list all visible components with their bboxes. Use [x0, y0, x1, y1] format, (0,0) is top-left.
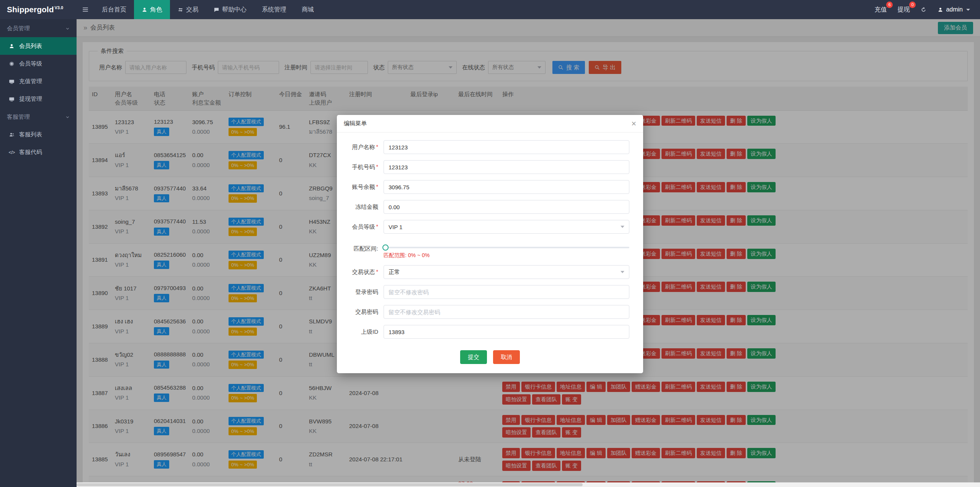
match-range-slider[interactable] [384, 247, 629, 248]
login-password-field-label: 登录密码 [355, 289, 378, 295]
recharge-link[interactable]: 充值 6 [874, 6, 887, 14]
required-asterisk: * [376, 144, 378, 150]
chevron-down-icon [65, 115, 70, 119]
frozen-field-label: 冻结金额 [355, 203, 378, 210]
main-content: » 会员列表 添加会员 条件搜索 用户名称 手机号码 注册时间 状态 [77, 19, 980, 487]
users-icon [8, 132, 15, 138]
logo-text: Shippergold [7, 5, 54, 14]
caret-down-icon [966, 9, 970, 11]
nav-item-role[interactable]: 角色 [134, 0, 170, 19]
user-icon [142, 7, 147, 13]
required-asterisk: * [376, 184, 378, 190]
recharge-icon [8, 79, 15, 84]
nav-item-home[interactable]: 后台首页 [94, 0, 134, 19]
phone-field[interactable] [384, 160, 629, 174]
close-icon[interactable]: × [631, 120, 636, 128]
trade-password-field-label: 交易密码 [355, 308, 378, 315]
hamburger-icon[interactable] [77, 0, 94, 19]
level-icon [8, 61, 15, 67]
logo-version: V3.0 [55, 5, 64, 10]
username-field-label: 用户名称 [352, 144, 375, 150]
modal-body: 用户名称* 手机号码* 账号余额* 冻结金额 会员等级* [337, 133, 643, 346]
required-asterisk: * [376, 164, 378, 170]
nav-item-mall[interactable]: 商城 [294, 0, 322, 19]
login-password-field[interactable] [384, 285, 629, 299]
user-icon [938, 7, 943, 13]
code-icon: </> [8, 149, 15, 155]
trade-status-select[interactable]: 正常 [384, 265, 629, 279]
refresh-icon[interactable] [920, 7, 927, 13]
withdraw-icon [8, 96, 15, 102]
horizontal-scrollbar[interactable] [77, 482, 980, 487]
chat-icon [214, 7, 219, 13]
phone-field-label: 手机号码 [352, 164, 375, 170]
sidebar-item-withdraw-management[interactable]: 提现管理 [0, 90, 77, 108]
exchange-icon [178, 7, 183, 13]
user-icon [8, 43, 15, 49]
sidebar-section-member-management[interactable]: 会员管理 [0, 19, 77, 37]
caret-down-icon [621, 226, 624, 228]
withdraw-count-badge: 0 [909, 2, 916, 8]
top-navbar: ShippergoldV3.0 后台首页 角色 交易 帮助中心 系统管理 商城 [0, 0, 980, 19]
sidebar-item-member-level[interactable]: 会员等级 [0, 55, 77, 72]
parent-id-field[interactable] [384, 325, 629, 339]
balance-field[interactable] [384, 180, 629, 194]
sidebar-section-service-management[interactable]: 客服管理 [0, 108, 77, 126]
level-select[interactable]: VIP 1 [384, 220, 629, 234]
level-field-label: 会员等级 [352, 223, 375, 230]
trade-status-field-label: 交易状态 [352, 269, 375, 275]
match-range-note: 匹配范围: 0% ~ 0% [384, 252, 629, 259]
trade-password-field[interactable] [384, 305, 629, 319]
navbar-right: 充值 6 提现 0 admin [874, 6, 980, 14]
chevron-down-icon [65, 26, 70, 31]
username-label: admin [946, 6, 963, 13]
nav-item-help[interactable]: 帮助中心 [206, 0, 254, 19]
cancel-button[interactable]: 取消 [493, 350, 520, 364]
sidebar: 会员管理 会员列表 会员等级 充值管理 提现管理 客服管理 客服列表 </> [0, 19, 77, 487]
edit-member-modal: 编辑菜单 × 用户名称* 手机号码* 账号余额* 冻结金额 [337, 115, 643, 373]
withdraw-link[interactable]: 提现 0 [897, 6, 910, 14]
modal-header: 编辑菜单 × [337, 115, 643, 133]
frozen-amount-field[interactable] [384, 200, 629, 214]
slider-handle[interactable] [382, 244, 389, 251]
sidebar-item-service-code[interactable]: </> 客服代码 [0, 143, 77, 161]
username-field[interactable] [384, 140, 629, 154]
sidebar-item-service-list[interactable]: 客服列表 [0, 126, 77, 143]
scrollbar-thumb[interactable] [77, 483, 583, 486]
nav-item-system[interactable]: 系统管理 [254, 0, 294, 19]
modal-title: 编辑菜单 [344, 120, 367, 127]
app-root: ShippergoldV3.0 后台首页 角色 交易 帮助中心 系统管理 商城 [0, 0, 980, 487]
modal-footer: 提交 取消 [337, 346, 643, 373]
user-menu[interactable]: admin [938, 6, 970, 13]
submit-button[interactable]: 提交 [460, 350, 487, 364]
balance-field-label: 账号余额 [352, 184, 375, 190]
sidebar-item-recharge-management[interactable]: 充值管理 [0, 72, 77, 90]
match-range-label: 匹配区间: [341, 240, 384, 253]
caret-down-icon [621, 271, 624, 273]
nav-item-trade[interactable]: 交易 [170, 0, 206, 19]
main-menu: 后台首页 角色 交易 帮助中心 系统管理 商城 [94, 0, 322, 19]
required-asterisk: * [376, 269, 378, 275]
sidebar-item-member-list[interactable]: 会员列表 [0, 37, 77, 55]
app-logo: ShippergoldV3.0 [0, 5, 77, 14]
recharge-count-badge: 6 [886, 2, 893, 8]
parent-id-field-label: 上级ID [361, 328, 378, 335]
required-asterisk: * [376, 223, 378, 230]
